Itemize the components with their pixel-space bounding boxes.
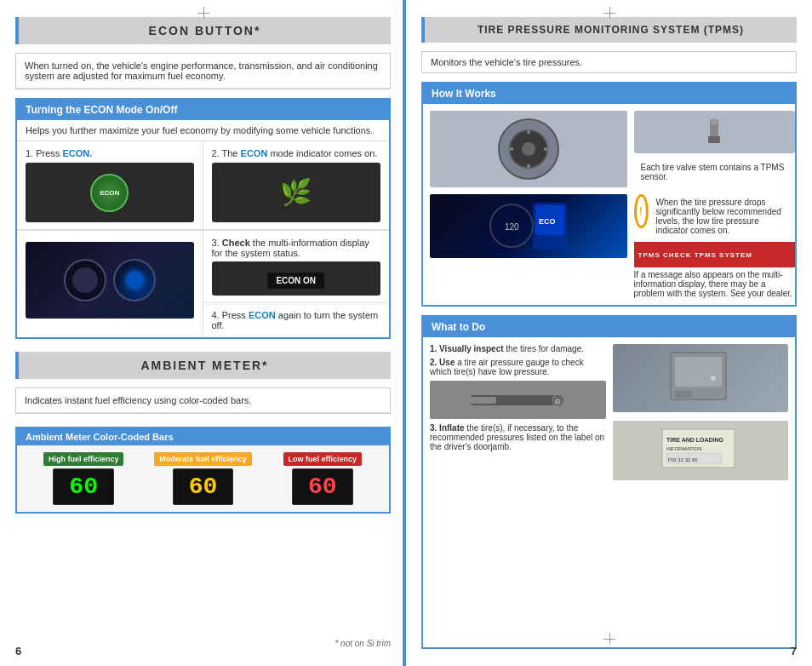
ambient-description-box: Indicates instant fuel efficiency using … [15,388,391,414]
svg-text:G: G [555,398,560,405]
what-to-do-steps: 1. Visually inspect the tires for damage… [430,344,606,480]
right-page: TIRE PRESSURE MONITORING SYSTEM (TPMS) M… [406,0,812,666]
tpms-title: TIRE PRESSURE MONITORING SYSTEM (TPMS) [421,17,797,43]
step1-bold: 1. Visually inspect [430,344,504,353]
ambient-bars-section: Ambient Meter Color-Coded Bars High fuel… [15,427,391,514]
econ-description-box: When turned on, the vehicle's engine per… [15,53,391,89]
step2-rest: mode indicator comes on. [270,148,377,158]
ambient-description: Indicates instant fuel efficiency using … [16,388,390,413]
how-it-works-title: How It Works [423,83,795,104]
tpms-warning-col: ! When the tire pressure drops significa… [634,194,795,298]
valve-stem-image [634,111,795,153]
crosshair-top-left [197,7,209,19]
econ-circle: ECON [90,174,129,212]
crosshair-top-right [603,7,615,19]
svg-point-9 [711,118,718,125]
bar3-value: 60 [292,468,353,505]
econ-indicator: 🌿 [275,171,317,214]
econ-title: ECON BUTTON* [15,17,391,44]
step3-bold: 3. Inflate [430,423,465,433]
econ-leaf-icon: 🌿 [280,180,312,205]
svg-rect-21 [675,391,692,398]
svg-rect-20 [675,357,722,387]
gauge-inner-left [72,267,98,293]
step2-highlight: ECON [241,148,268,158]
econ-indicator-image: 🌿 [212,163,381,222]
ambient-bar-low: Low fuel efficiency 60 [263,452,382,505]
what-to-do-section: What to Do 1. Visually inspect the tires… [421,315,797,649]
turning-econ-title: Turning the ECON Mode On/Off [17,100,389,120]
bar2-label: Moderate fuel efficiency [154,452,252,466]
page-number-left: 6 [15,645,21,657]
sticker-image: TIRE AND LOADING INFORMATION PSI 32 32 6… [613,421,789,480]
how-it-works-bottom: 120 ECO ! When the tire pressure drops s… [423,194,795,305]
svg-point-22 [711,376,716,381]
turning-econ-section: Turning the ECON Mode On/Off Helps you f… [15,98,391,339]
tire-pressure-icon: ! [634,194,649,228]
econ-dashboard-step [17,231,203,337]
econ-on-display-box: ECON ON [212,261,381,296]
svg-text:120: 120 [505,222,519,232]
svg-text:INFORMATION: INFORMATION [666,446,702,451]
tpms-bar-text: TPMS CHECK TPMS SYSTEM [638,251,752,259]
svg-point-2 [522,142,535,156]
tpms-text-1: Each tire valve stem contains a TPMS sen… [634,158,795,187]
econ-on-text: ECON ON [267,273,324,289]
svg-text:TIRE AND LOADING: TIRE AND LOADING [666,437,724,443]
tpms-dashboard-image: 120 ECO [430,194,627,258]
tpms-bar: TPMS CHECK TPMS SYSTEM [634,242,795,267]
bar1-label: High fuel efficiency [43,452,124,466]
econ-description: When turned on, the vehicle's engine per… [16,54,390,89]
tpms-warning-row: ! When the tire pressure drops significa… [634,194,795,238]
valve-svg [693,115,735,149]
tpms-description: Monitors the vehicle's tire pressures. [421,51,797,73]
dashboard-svg: 120 ECO [486,198,571,254]
step3-label: 3. [212,238,220,248]
step4-label: 4. Press [212,310,246,320]
step3-text: 3. Inflate the tire(s), if necessary, to… [430,423,606,451]
ambient-bar-moderate: Moderate fuel efficiency 60 [143,452,262,505]
turning-econ-subtitle: Helps you further maximize your fuel eco… [17,120,389,141]
svg-rect-8 [708,136,720,143]
gauge-left [64,259,106,301]
footnote-box: * not on Si trim [15,637,391,649]
what-to-do-content: 1. Visually inspect the tires for damage… [423,337,795,487]
tpms-warn-text-2: If a message also appears on the multi-i… [634,270,795,298]
gauge-right [113,259,156,301]
ambient-bar-high: High fuel efficiency 60 [24,452,143,505]
left-page: ECON BUTTON* When turned on, the vehicle… [0,0,406,666]
steps-3-4-col: 3. Check the multi-information display f… [203,231,390,337]
step4-highlight: ECON [249,310,276,320]
sticker-svg: TIRE AND LOADING INFORMATION PSI 32 32 6… [658,425,743,476]
bar1-value: 60 [53,468,114,505]
tpms-system-warning: TPMS CHECK TPMS SYSTEM If a message also… [634,242,795,298]
step1-text: 1. Visually inspect the tires for damage… [430,344,606,353]
step3-bold: Check [222,238,250,248]
econ-steps-top: 1. Press ECON. ECON 2. The ECON mode ind… [17,141,389,230]
econ-steps-bottom: 3. Check the multi-information display f… [17,230,389,337]
tire-icon-symbol: ! [639,204,643,218]
step2-bold: 2. Use [430,358,455,367]
footnote: * not on Si trim [335,639,391,648]
dashboard-gauges [64,259,156,301]
how-it-works-grid: Each tire valve stem contains a TPMS sen… [423,104,795,194]
wheel-svg [495,115,563,183]
ambient-bars-title: Ambient Meter Color-Coded Bars [17,428,389,445]
svg-text:ECO: ECO [539,217,556,226]
dashboard-image [26,242,194,319]
svg-rect-16 [471,397,496,404]
econ-circle-label: ECON [100,189,119,197]
door-svg [666,348,735,408]
bar3-label: Low fuel efficiency [283,452,363,466]
page-number-right: 7 [791,645,797,657]
step2-text: 2. Use a tire air pressure gauge to chec… [430,358,606,376]
step2-label: 2. The [212,148,238,158]
econ-button-image: ECON [26,163,194,222]
tpms-right-info: Each tire valve stem contains a TPMS sen… [634,111,795,187]
ambient-bars-grid: High fuel efficiency 60 Moderate fuel ef… [17,445,389,512]
bar2-value: 60 [173,468,234,505]
step1-label: 1. Press [26,148,60,158]
econ-step-4: 4. Press ECON again to turn the system o… [203,303,390,337]
gauge-inner-right [126,272,143,289]
econ-step-2: 2. The ECON mode indicator comes on. 🌿 [203,141,390,230]
